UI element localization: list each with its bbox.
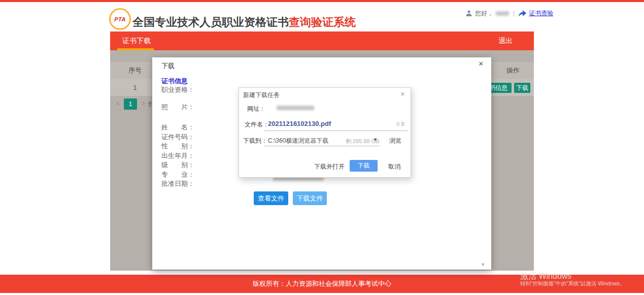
url-label: 网址： (247, 105, 265, 113)
site-footer: 版权所有：人力资源和社会保障部人事考试中心 (0, 275, 644, 293)
download-and-open-button[interactable]: 下载并打开 (314, 162, 345, 171)
table-cell-index: 1 (121, 79, 149, 96)
redacted-url-value (277, 106, 314, 110)
nav-tab-label: 证书下载 (122, 37, 151, 45)
page-title-main: 全国专业技术人员职业资格证书 (132, 16, 289, 28)
modal-close-icon[interactable]: × (479, 60, 483, 68)
site-header: PTA 全国专业技术人员职业资格证书查询验证系统 您好， | 证书查验 (0, 2, 644, 31)
destination-path-input[interactable]: C:\360极速浏览器下载 (268, 137, 328, 145)
logout-button[interactable]: 退出 (498, 31, 513, 50)
dialog-download-button[interactable]: 下载 (350, 160, 378, 172)
dialog-title: 新建下载任务 (243, 91, 280, 100)
pagination-next-icon[interactable]: > (142, 100, 145, 107)
view-file-button[interactable]: 查看文件 (254, 191, 288, 205)
field-label-id-number: 证件号码： (161, 133, 194, 142)
destination-input-underline (264, 146, 380, 146)
nav-tab-cert-download[interactable]: 证书下载 (122, 31, 151, 50)
userbar-divider: | (513, 10, 515, 17)
main-nav: 证书下载 退出 (110, 31, 534, 50)
destination-dropdown-icon[interactable]: ▼ (373, 137, 378, 142)
scroll-down-icon[interactable]: ▾ (482, 261, 484, 267)
destination-label: 下载到： (243, 137, 267, 145)
row-download-button[interactable]: 下载 (514, 83, 530, 93)
new-download-task-dialog: 新建下载任务 × 网址： 文件名： 20211216102130.pdf 0 B… (239, 87, 411, 178)
dialog-close-icon[interactable]: × (400, 89, 405, 98)
user-bar: 您好， | 证书查验 (465, 9, 553, 18)
cert-info-section-title: 证书信息 (161, 77, 188, 86)
page-title: 全国专业技术人员职业资格证书查询验证系统 (132, 15, 356, 30)
field-label-name: 姓 名： (161, 123, 194, 132)
browse-button[interactable]: 浏览 (389, 137, 401, 145)
field-label-birth-date: 出生年月： (161, 151, 194, 160)
table-col-action: 操作 (506, 62, 520, 79)
download-file-button[interactable]: 下载文件 (293, 191, 327, 205)
dialog-cancel-button[interactable]: 取消 (388, 162, 400, 171)
pagination-prev-icon[interactable]: < (116, 100, 120, 107)
table-col-index: 序号 (121, 62, 149, 79)
cert-check-arrow-icon (519, 10, 526, 17)
pta-logo-text: PTA (114, 16, 126, 22)
pagination-page-1[interactable]: 1 (124, 99, 137, 110)
field-label-approval-date: 批准日期： (161, 179, 194, 188)
page-title-accent: 查询验证系统 (289, 16, 356, 28)
copyright-text: 版权所有：人力资源和社会保障部人事考试中心 (0, 275, 644, 293)
user-icon (465, 10, 472, 17)
pta-logo: PTA (109, 8, 131, 30)
filename-label: 文件名： (245, 120, 269, 129)
modal-title: 下载 (161, 61, 175, 71)
redacted-username (496, 11, 509, 16)
page: PTA 全国专业技术人员职业资格证书查询验证系统 您好， | 证书查验 证书下载… (0, 0, 644, 295)
cert-check-link[interactable]: 证书查验 (529, 9, 553, 18)
filename-input-underline (264, 130, 408, 131)
filename-input[interactable]: 20211216102130.pdf (268, 120, 331, 127)
field-label-major: 专 业： (161, 170, 194, 179)
field-label-photo: 照 片： (161, 103, 194, 112)
field-label-gender: 性 别： (161, 142, 194, 151)
field-label-level: 级 别： (161, 160, 194, 170)
field-label-qualification: 职业资格： (161, 85, 194, 94)
file-size-text: 0 B (396, 121, 405, 127)
greeting-text: 您好， (475, 9, 493, 18)
